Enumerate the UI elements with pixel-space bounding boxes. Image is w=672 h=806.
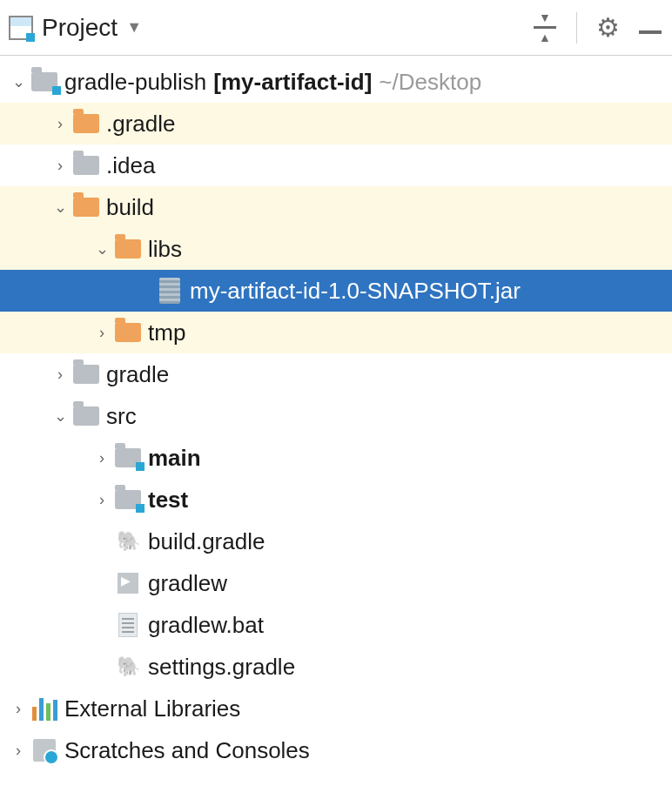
expand-toggle[interactable]: › (49, 157, 71, 175)
expand-toggle[interactable]: › (49, 366, 71, 384)
expand-toggle[interactable]: › (49, 115, 71, 133)
tree-row-external-libraries[interactable]: › External Libraries (0, 688, 672, 729)
module-folder-icon (30, 72, 59, 91)
divider (576, 12, 577, 44)
tree-row-settings-gradle[interactable]: › 🐘 settings.gradle (0, 646, 672, 688)
tree-row-main[interactable]: › main (0, 437, 672, 479)
item-label: my-artifact-id-1.0-SNAPSHOT.jar (190, 278, 521, 305)
tree-row-build[interactable]: ⌄ build (0, 186, 672, 228)
tree-row-libs[interactable]: ⌄ libs (0, 228, 672, 270)
tree-row-gradlew-bat[interactable]: › gradlew.bat (0, 604, 672, 646)
expand-toggle[interactable]: › (7, 700, 30, 718)
item-label: build.gradle (148, 528, 265, 555)
item-label: Scratches and Consoles (64, 737, 310, 764)
library-icon (30, 696, 59, 721)
folder-icon (71, 156, 101, 175)
expand-toggle[interactable]: ⌄ (49, 198, 71, 217)
item-label: main (148, 445, 201, 472)
folder-icon (71, 406, 101, 426)
item-label: gradlew.bat (148, 612, 264, 639)
executable-file-icon (113, 573, 143, 594)
tree-row-gradle-dir[interactable]: › .gradle (0, 103, 672, 144)
item-label: .idea (106, 152, 155, 179)
tree-row-build-gradle[interactable]: › 🐘 build.gradle (0, 521, 672, 562)
expand-toggle[interactable]: › (91, 449, 113, 467)
item-label: build (106, 194, 154, 221)
project-name: gradle-publish (64, 69, 206, 96)
folder-icon (113, 323, 143, 342)
expand-toggle[interactable]: › (7, 742, 30, 760)
header-actions: ▼▲ ⚙ (533, 11, 663, 44)
tree-row-src[interactable]: ⌄ src (0, 395, 672, 437)
item-label: .gradle (106, 111, 176, 138)
tree-row-idea[interactable]: › .idea (0, 144, 672, 186)
module-folder-icon (113, 490, 143, 509)
project-artifact: [my-artifact-id] (213, 69, 372, 96)
jar-icon (155, 278, 185, 304)
text-file-icon (113, 613, 143, 637)
collapse-all-icon[interactable]: ▼▲ (533, 11, 557, 44)
folder-icon (71, 114, 101, 133)
item-label: settings.gradle (148, 654, 295, 681)
tree-row-gradlew[interactable]: › gradlew (0, 562, 672, 604)
chevron-down-icon[interactable]: ▼ (126, 18, 142, 37)
gradle-file-icon: 🐘 (113, 530, 143, 553)
expand-toggle[interactable]: ⌄ (49, 406, 71, 426)
folder-icon (71, 365, 101, 384)
item-label: libs (148, 236, 182, 263)
expand-toggle[interactable]: ⌄ (7, 72, 30, 91)
tree-row-gradle[interactable]: › gradle (0, 353, 672, 395)
folder-icon (71, 198, 101, 217)
project-view-icon (9, 16, 33, 40)
scratches-icon (30, 739, 59, 762)
item-label: tmp (148, 319, 185, 346)
hide-icon[interactable] (639, 30, 662, 34)
project-path: ~/Desktop (379, 69, 481, 96)
module-folder-icon (113, 448, 143, 467)
expand-toggle[interactable]: › (91, 491, 113, 509)
project-tree[interactable]: ⌄ gradle-publish [my-artifact-id] ~/Desk… (0, 56, 672, 771)
gradle-file-icon: 🐘 (113, 655, 143, 678)
tree-row-test[interactable]: › test (0, 479, 672, 521)
tree-row-tmp[interactable]: › tmp (0, 312, 672, 353)
header-title: Project (42, 14, 118, 42)
item-label: gradlew (148, 570, 227, 597)
tool-window-header: Project ▼ ▼▲ ⚙ (0, 0, 672, 56)
gear-icon[interactable]: ⚙ (596, 12, 620, 43)
header-title-area[interactable]: Project ▼ (9, 14, 526, 42)
item-label: src (106, 403, 137, 430)
item-label: gradle (106, 361, 169, 388)
folder-icon (113, 239, 143, 259)
item-label: test (148, 487, 188, 514)
item-label: External Libraries (64, 695, 240, 722)
tree-row-jar[interactable]: › my-artifact-id-1.0-SNAPSHOT.jar (0, 270, 672, 312)
tree-row-scratches[interactable]: › Scratches and Consoles (0, 729, 672, 771)
expand-toggle[interactable]: › (91, 324, 113, 342)
tree-row-project-root[interactable]: ⌄ gradle-publish [my-artifact-id] ~/Desk… (0, 61, 672, 103)
expand-toggle[interactable]: ⌄ (91, 239, 113, 259)
